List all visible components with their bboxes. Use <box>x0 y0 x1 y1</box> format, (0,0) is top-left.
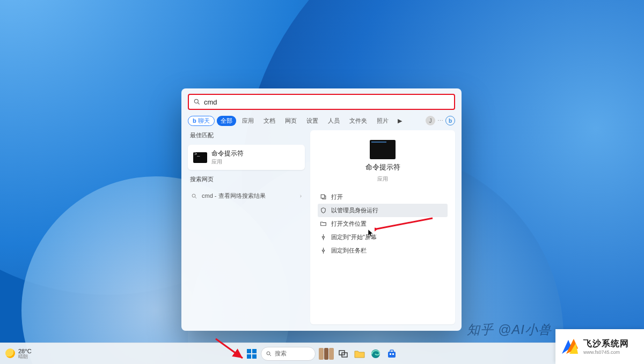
svg-rect-4 <box>321 195 325 198</box>
pin-icon <box>320 247 327 254</box>
svg-line-3 <box>195 197 197 198</box>
action-pin-taskbar[interactable]: 固定到任务栏 <box>318 244 448 257</box>
start-search-panel: b 聊天 全部 应用 文档 网页 设置 人员 文件夹 照片 ▶ J ⋯ b 最佳… <box>181 88 462 331</box>
folder-icon <box>320 220 327 227</box>
task-view-icon <box>339 350 348 358</box>
tab-web[interactable]: 网页 <box>281 116 301 126</box>
best-match-label: 最佳匹配 <box>188 130 305 140</box>
tab-people[interactable]: 人员 <box>324 116 343 126</box>
folder-icon <box>354 350 365 358</box>
chevron-right-icon: › <box>300 193 302 199</box>
action-open[interactable]: 打开 <box>318 190 448 204</box>
brand-url: www.fs0745.com <box>583 350 629 355</box>
taskbar-widgets-icon[interactable] <box>319 348 334 360</box>
taskbar-store[interactable] <box>385 347 398 360</box>
svg-point-0 <box>194 99 198 103</box>
svg-rect-16 <box>390 350 393 352</box>
taskbar-weather[interactable]: 28°C 晴朗 <box>5 348 32 360</box>
action-open-location[interactable]: 打开文件位置 <box>318 217 448 231</box>
svg-rect-8 <box>247 354 251 359</box>
weather-temp: 28°C <box>18 348 32 354</box>
search-icon <box>193 98 201 106</box>
zhihu-watermark: 知乎 @AI小兽 <box>467 321 552 338</box>
search-icon <box>266 351 272 357</box>
pin-icon <box>320 234 327 241</box>
tab-settings[interactable]: 设置 <box>303 116 322 126</box>
cmd-app-icon <box>193 152 207 163</box>
edge-icon <box>371 349 380 359</box>
weather-desc: 晴朗 <box>18 354 32 360</box>
web-search-result[interactable]: cmd - 查看网络搜索结果 › <box>188 189 305 203</box>
windows-logo-icon <box>247 349 257 359</box>
search-filter-tabs: b 聊天 全部 应用 文档 网页 设置 人员 文件夹 照片 ▶ J ⋯ b <box>181 113 462 130</box>
search-icon <box>191 193 197 199</box>
tab-all[interactable]: 全部 <box>217 116 236 126</box>
taskbar-edge[interactable] <box>369 347 382 360</box>
tab-documents[interactable]: 文档 <box>260 116 279 126</box>
svg-line-1 <box>198 103 200 105</box>
brand-watermark: 飞沙系统网 www.fs0745.com <box>555 329 644 364</box>
best-match-subtitle: 应用 <box>211 158 244 166</box>
svg-rect-7 <box>252 349 257 353</box>
brand-name: 飞沙系统网 <box>583 338 629 350</box>
tab-folders[interactable]: 文件夹 <box>346 116 371 126</box>
svg-rect-18 <box>392 353 394 355</box>
tab-more-icon[interactable]: ▶ <box>394 115 405 126</box>
best-match-title: 命令提示符 <box>211 149 244 158</box>
bing-chat-icon: b <box>193 117 196 124</box>
open-icon <box>320 194 327 200</box>
preview-app-icon <box>370 140 396 159</box>
svg-rect-17 <box>390 353 391 355</box>
search-box-highlighted[interactable] <box>188 94 455 110</box>
sun-icon <box>5 348 15 358</box>
shield-icon <box>320 207 327 214</box>
search-web-label: 搜索网页 <box>188 174 305 184</box>
search-input[interactable] <box>201 98 450 106</box>
taskbar-task-view[interactable] <box>337 347 350 360</box>
start-button[interactable] <box>246 348 258 360</box>
svg-point-2 <box>192 194 195 197</box>
tab-apps[interactable]: 应用 <box>238 116 258 126</box>
bing-chat-pill[interactable]: b 聊天 <box>188 116 215 126</box>
best-match-result[interactable]: 命令提示符 应用 <box>188 145 305 170</box>
store-icon <box>387 349 397 359</box>
preview-subtitle: 应用 <box>377 175 388 183</box>
svg-rect-9 <box>252 354 257 359</box>
taskbar-search[interactable]: 搜索 <box>261 347 316 361</box>
action-run-as-admin[interactable]: 以管理员身份运行 <box>318 204 448 217</box>
action-pin-start[interactable]: 固定到"开始"屏幕 <box>318 231 448 244</box>
svg-rect-6 <box>247 349 251 353</box>
taskbar-explorer[interactable] <box>353 347 366 360</box>
tab-overflow-icon[interactable]: ⋯ <box>437 117 443 124</box>
svg-point-10 <box>267 352 270 355</box>
search-preview-pane: 命令提示符 应用 打开 以管理员身份运行 打开文件位置 固定到 <box>310 130 455 324</box>
preview-title: 命令提示符 <box>365 162 400 172</box>
taskbar: 28°C 晴朗 搜索 <box>0 343 644 364</box>
user-avatar[interactable]: J <box>426 116 435 125</box>
bing-icon[interactable]: b <box>445 116 455 125</box>
tab-photos[interactable]: 照片 <box>373 116 392 126</box>
svg-line-11 <box>270 354 272 356</box>
brand-logo-icon <box>561 338 579 356</box>
